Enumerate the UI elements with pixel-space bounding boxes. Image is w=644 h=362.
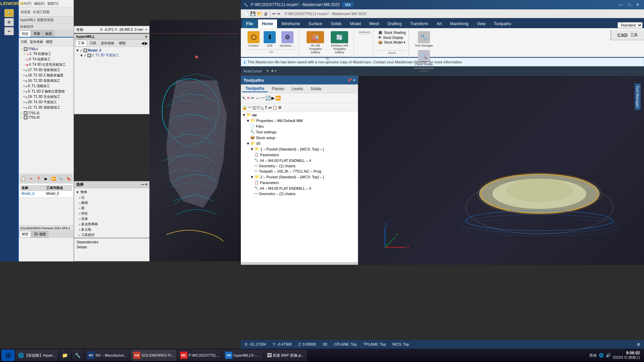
tp-tree-tool-settings[interactable]: 🔧 Tool settings: [241, 129, 358, 135]
tp-wave2-icon[interactable]: 〰: [248, 105, 252, 110]
tp-up2-icon[interactable]: ⇑: [264, 105, 268, 110]
tp-move-icon[interactable]: ↔: [255, 96, 260, 101]
tp-up-icon[interactable]: △: [261, 105, 264, 110]
sel-item-solid[interactable]: ○ 实体: [78, 216, 148, 222]
sw-sidebar-label-browser[interactable]: 浏览器: [19, 9, 32, 15]
mc-btn-check-holder[interactable]: 🔍 Check Holder: [414, 49, 435, 67]
hypermill-tab-orient[interactable]: 定向坐标: [99, 40, 116, 46]
tp-tab-toolpaths[interactable]: Toolpaths: [242, 85, 268, 92]
sw-sidebar-btn-2[interactable]: ⚙: [4, 18, 14, 26]
mc-btn-drill[interactable]: ⬇ Drill: [262, 31, 277, 48]
mc-btn-contour[interactable]: ⬡ Contour: [246, 31, 261, 48]
sw-feature-btn-2[interactable]: 定向坐标: [29, 39, 44, 45]
mc-tab-surface[interactable]: Surface: [304, 19, 326, 28]
tp-expand-icon[interactable]: ◱: [253, 105, 256, 110]
sel-item-mesh[interactable]: ○ 多边形网格: [78, 222, 148, 227]
mc-new-icon[interactable]: 📄: [244, 11, 249, 16]
tp-tree-geometry2[interactable]: 〰 Geometry – (2) chains: [241, 191, 358, 196]
tp-tree-pocket2[interactable]: ▼ 📁 2 – Pocket (Standard) – [WCS: Top] –…: [241, 174, 358, 180]
tp-tree-params2[interactable]: 📋 Parameters: [241, 180, 358, 185]
sw-bottom-btn-5[interactable]: ⏩: [50, 175, 57, 183]
sw-tab-surface[interactable]: 曲面: [43, 31, 54, 37]
tp-tab-planes[interactable]: Planes: [268, 86, 287, 92]
coord-close[interactable]: ×: [145, 27, 147, 32]
status-grid-icon[interactable]: ⊞: [637, 342, 640, 347]
mc-tab-toolpaths[interactable]: Toolpaths: [490, 19, 515, 28]
taskbar-mc[interactable]: MC F:\MC2023\7751...: [177, 350, 222, 361]
tp-tree-00[interactable]: ▼ 📁 00: [241, 140, 358, 146]
mc-tab-mesh[interactable]: Mesh: [365, 19, 383, 28]
sw-bottom-btn-7[interactable]: 🔖: [65, 175, 72, 183]
tp-tab-levels[interactable]: Levels: [288, 86, 307, 92]
sw-menu-edit[interactable]: 编辑(E): [33, 1, 46, 6]
mc-tab-wireframe[interactable]: Wireframe: [277, 19, 304, 28]
mc-print-icon[interactable]: 🖨: [264, 11, 268, 16]
mc-tab-transform[interactable]: Transform: [406, 19, 432, 28]
mc-redo-icon[interactable]: ↪: [277, 11, 280, 16]
hypermill-root[interactable]: ▼ ✓ 🔲 Model_0: [75, 48, 148, 53]
mc-btn-tool-manager[interactable]: 🔧 Tool Manager: [414, 31, 435, 48]
tp-tree-properties[interactable]: ▼ 📁 Properties – Mill Default MM: [241, 118, 358, 123]
tp-tree-toolpath1[interactable]: 〰 Toolpath – 165.2K – 77511.NC – Prog: [241, 169, 358, 174]
sw-tree-item-3[interactable]: ○ ■ 4: T4 3D 任意毛坯粗加工: [23, 62, 73, 67]
sw-bottom-btn-6[interactable]: 📎: [58, 175, 64, 183]
mc-tab-art[interactable]: Art: [433, 19, 446, 28]
sw-tree-group3[interactable]: ✓ 🔲 7791-t0: [19, 115, 73, 120]
tp-tree-tool1[interactable]: 🔧 #4 – M4.00 FLAT ENDMILL – 4: [241, 158, 358, 163]
mc-tab-view[interactable]: View: [473, 19, 490, 28]
mc-btn-multiaxis[interactable]: 🔄 Multiaxis Mill Toolpaths Gallery: [328, 31, 351, 55]
sw-sidebar-label-generate[interactable]: 生成工程图: [32, 9, 51, 15]
sw-tree-item-5[interactable]: • ■ 18: T2 3D Z 轴形状偏置: [23, 73, 73, 78]
sw-feature-btn-3[interactable]: 模型: [45, 39, 54, 45]
props-dependencies[interactable]: Dependencies: [76, 240, 147, 245]
mc-tab-solids[interactable]: Solids: [327, 19, 346, 28]
sw-tree-item-9[interactable]: • ■ 19: T1 3D 完全精加工: [23, 94, 73, 100]
sw-menu-view[interactable]: 视图(V): [46, 1, 59, 6]
sel-item-curve[interactable]: ○ 曲线: [78, 200, 148, 205]
hypermill-arrow-left[interactable]: ◀: [141, 41, 144, 46]
ac-cursor-icon[interactable]: ↖: [266, 69, 270, 73]
tp-scrollbar-h[interactable]: [241, 262, 358, 265]
mc-stock-model[interactable]: 📦 Stock Model ▾: [378, 40, 405, 45]
ac-snap-icon[interactable]: ✛: [271, 69, 274, 73]
sel-item-toolpath[interactable]: ○ 刀具路径: [78, 232, 148, 238]
tp-wave-icon[interactable]: 〰: [260, 96, 265, 101]
selection-root[interactable]: ▼物体: [75, 189, 148, 195]
selection-minimize[interactable]: —: [141, 183, 144, 186]
sw-tree-root[interactable]: ✓ 🔲 7791-t: [19, 47, 73, 51]
tp-delete-icon[interactable]: ✕: [247, 96, 250, 101]
mc-tab-drafting[interactable]: Drafting: [383, 19, 406, 28]
props-details[interactable]: Details: [76, 245, 147, 250]
sel-item-poly[interactable]: ○ 多义线: [78, 227, 148, 232]
mc-tab-home[interactable]: Home: [258, 19, 277, 28]
mc-minimize[interactable]: —: [617, 2, 625, 7]
sw-feature-btn-1[interactable]: 刀具: [19, 39, 28, 45]
tp-close-btn[interactable]: ×: [353, 78, 355, 82]
sw-sidebar-btn-3[interactable]: ↩: [4, 27, 14, 35]
mc-save-icon[interactable]: 💾: [250, 11, 256, 16]
mc-tab-model[interactable]: Model: [346, 19, 365, 28]
mc-view-dropdown[interactable]: Standard: [618, 22, 643, 28]
selection-close2[interactable]: ×: [145, 183, 147, 186]
tp-scissors-icon[interactable]: ✂: [251, 96, 255, 101]
tp-post-icon[interactable]: 📋: [272, 105, 277, 110]
mc-maximize[interactable]: □: [626, 2, 633, 7]
tp-collapse-icon[interactable]: ▽: [257, 105, 260, 110]
tp-verify-icon[interactable]: ▶: [271, 96, 275, 101]
taskbar-hyper[interactable]: 🌐 【新提醒】Hyper...: [15, 350, 58, 361]
mc-undo-icon[interactable]: ↩: [272, 11, 276, 16]
hypermill-close[interactable]: ×: [145, 35, 147, 39]
tp-settings-icon[interactable]: ⚙: [278, 105, 282, 110]
tp-tree-geometry1[interactable]: 〰 Geometry – (1) chains: [241, 163, 358, 169]
sw-tree-group2[interactable]: ✓ 🔲 7791-t2: [19, 111, 73, 115]
sw-bottom-tab-3d[interactable]: 3D 视图: [32, 231, 48, 238]
hypermill-arrow-right[interactable]: ▶: [145, 41, 148, 46]
hypermill-job-item[interactable]: ▼ ✓ 🔲 1: T1 3D 平面加工: [79, 53, 148, 58]
sw-bottom-tab-model[interactable]: 模型: [19, 231, 31, 238]
mc-btn-dynamic[interactable]: ⚙ Dynamic ...: [278, 31, 296, 48]
tray-lang[interactable]: 简体: [589, 353, 597, 358]
sw-tree-item-10[interactable]: • ■ 20: T4 3D 平面加工: [23, 100, 73, 105]
sel-item-face[interactable]: ○ 面: [78, 205, 148, 211]
tp-select-icon[interactable]: ↖: [242, 96, 246, 101]
sw-tree-item-2[interactable]: ○ ■ 3: T4 轮廓加工: [23, 57, 73, 62]
